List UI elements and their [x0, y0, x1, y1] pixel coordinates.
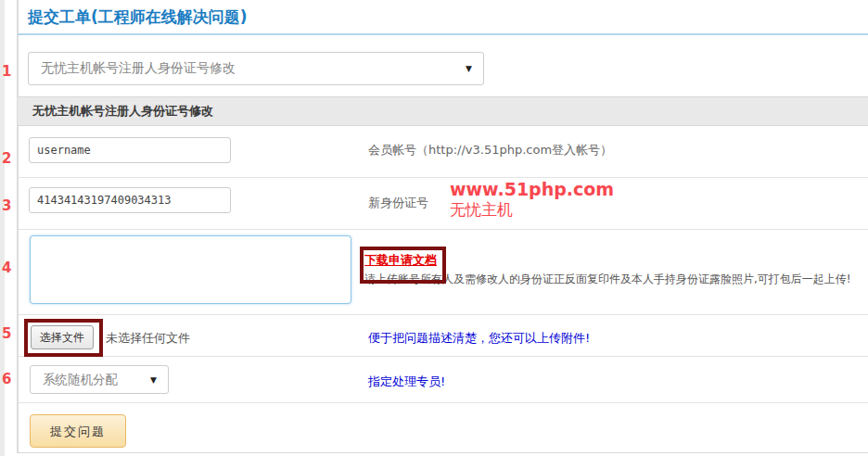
attachment-hint: 便于把问题描述清楚，您还可以上传附件!	[368, 330, 590, 347]
watermark-brand: 无忧主机	[450, 200, 614, 219]
assignee-hint: 指定处理专员!	[368, 374, 445, 390]
upload-instructions: 请上传账号所有人及需修改人的身份证正反面复印件及本人手持身份证露脸照片,可打包后…	[364, 272, 851, 287]
step-marker: 4	[2, 260, 11, 276]
site-watermark: www.51php.com 无忧主机	[450, 179, 614, 219]
step-marker: 3	[2, 197, 11, 214]
download-template-link[interactable]: 下载申请文档	[364, 252, 437, 269]
row-account: 会员帐号（http://v3.51php.com登入帐号）	[18, 127, 868, 178]
category-select[interactable]: 无忧主机帐号注册人身份证号修改 ▼	[28, 52, 484, 85]
choose-file-button[interactable]: 选择文件	[31, 325, 94, 349]
row-id-number: 新身份证号 www.51php.com 无忧主机	[18, 178, 868, 230]
title-divider	[18, 33, 868, 35]
row-description: 下载申请文档 请上传账号所有人及需修改人的身份证正反面复印件及本人手持身份证露脸…	[18, 230, 868, 315]
category-select-value: 无忧主机帐号注册人身份证号修改	[41, 60, 236, 77]
description-textarea[interactable]	[30, 235, 351, 304]
assignee-select-value: 系统随机分配	[43, 372, 118, 388]
panel-bottom-border	[17, 452, 868, 453]
account-label: 会员帐号（http://v3.51php.com登入帐号）	[368, 142, 612, 158]
id-number-input[interactable]	[29, 187, 231, 213]
account-input[interactable]	[29, 137, 231, 163]
step-marker: 1	[2, 63, 11, 80]
submit-button[interactable]: 提交问题	[30, 414, 126, 448]
section-header: 无忧主机帐号注册人身份证号修改	[18, 96, 868, 126]
watermark-url: www.51php.com	[450, 179, 614, 200]
section-header-label: 无忧主机帐号注册人身份证号修改	[32, 103, 213, 120]
chevron-down-icon: ▼	[150, 375, 157, 385]
id-number-label: 新身份证号	[368, 195, 428, 211]
row-attachment: 选择文件 未选择任何文件 便于把问题描述清楚，您还可以上传附件!	[18, 315, 868, 357]
step-marker: 5	[2, 325, 11, 342]
page-title: 提交工单(工程师在线解决问题)	[28, 6, 248, 28]
chevron-down-icon: ▼	[466, 64, 472, 73]
step-marker: 2	[2, 150, 11, 167]
row-footer: 提交问题	[18, 403, 868, 452]
step-marker: 6	[2, 371, 11, 387]
row-assignee: 系统随机分配 ▼ 指定处理专员!	[18, 357, 868, 403]
file-status-text: 未选择任何文件	[106, 330, 190, 347]
assignee-select[interactable]: 系统随机分配 ▼	[30, 365, 169, 394]
